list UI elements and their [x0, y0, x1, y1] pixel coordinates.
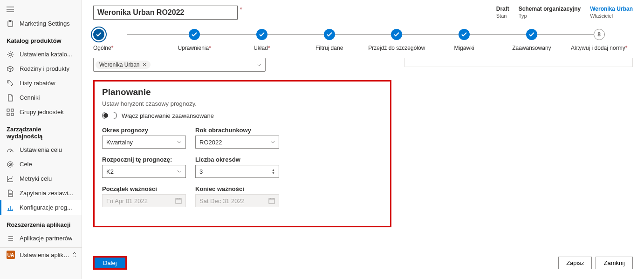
document-icon [7, 190, 14, 197]
step-label: Migawki [454, 45, 474, 51]
toggle-label: Włącz planowanie zaawansowane [122, 112, 214, 119]
sidebar-item-pricelists[interactable]: Cenniki [0, 90, 82, 105]
svg-rect-12 [269, 198, 274, 204]
sidebar-item-goal-metrics[interactable]: Metryki celu [0, 171, 82, 186]
step-circle: 8 [594, 29, 605, 40]
fiscal-year-select[interactable]: RO2022 [195, 136, 279, 149]
sidebar-item-unitgroups[interactable]: Grupy jednostek [0, 105, 82, 119]
step-label: Przejdź do szczegółów [368, 45, 425, 51]
step-5[interactable]: Przejdź do szczegółów [363, 29, 431, 51]
sidebar-item-marketing-settings[interactable]: Marketing Settings [0, 16, 82, 31]
sidebar-item-catalog-settings[interactable]: Ustawienia katalo... [0, 47, 82, 61]
svg-rect-11 [176, 198, 181, 204]
step-label: Aktywuj i dodaj normy* [571, 45, 627, 51]
sidebar-item-discounts[interactable]: Listy rabatów [0, 76, 82, 90]
sidebar-item-goal-settings[interactable]: Ustawienia celu [0, 143, 82, 157]
step-label: Ogólne* [93, 45, 113, 51]
svg-rect-5 [11, 109, 14, 111]
planning-card: Planowanie Ustaw horyzont czasowy progno… [93, 80, 391, 227]
sidebar-item-label: Aplikacje partnerów [20, 235, 72, 242]
chevron-down-icon [270, 141, 275, 143]
header-status: DraftStan [496, 6, 509, 19]
periods-count-input[interactable]: 3▲▼ [195, 165, 279, 178]
step-circle [391, 29, 402, 40]
svg-rect-6 [7, 113, 9, 116]
sidebar-app-settings[interactable]: UA Ustawienia aplikacji [0, 247, 82, 262]
header-schema: Schemat organizacyjnyTyp [519, 6, 581, 19]
clipboard-icon [7, 20, 14, 27]
title-input[interactable] [93, 6, 238, 20]
barchart-icon [7, 204, 14, 211]
tag-icon [7, 80, 14, 87]
step-7[interactable]: Zaawansowany [498, 29, 566, 51]
step-4[interactable]: Filtruj dane [295, 29, 363, 51]
step-3[interactable]: Układ* [228, 29, 296, 51]
start-forecast-select[interactable]: K2 [102, 165, 186, 178]
sidebar-item-label: Grupy jednostek [20, 109, 64, 116]
calendar-icon [175, 197, 182, 204]
field-label: Liczba okresów [195, 156, 279, 163]
chevron-down-icon [177, 170, 182, 173]
header-owner[interactable]: Weronika UrbanWłaściciel [590, 6, 633, 19]
sidebar-section-title: Katalog produktów [0, 31, 82, 47]
step-circle [93, 29, 104, 40]
sidebar-item-partner-apps[interactable]: Aplikacje partnerów [0, 231, 82, 245]
chevron-down-icon [257, 63, 263, 66]
expand-icon [72, 252, 77, 258]
sidebar-item-label: Rodziny i produkty [20, 65, 69, 72]
sidebar-item-label: Konfiguracje prog... [20, 204, 72, 211]
close-button[interactable]: Zamknij [596, 257, 633, 269]
calendar-icon [268, 197, 275, 204]
next-button[interactable]: Dalej [93, 256, 127, 270]
step-label: Zaawansowany [512, 45, 551, 51]
spinner-icon[interactable]: ▲▼ [272, 168, 275, 175]
gear-icon [7, 51, 14, 58]
sidebar-item-families[interactable]: Rodziny i produkty [0, 61, 82, 76]
remove-pill-icon[interactable]: ✕ [142, 61, 147, 68]
step-8[interactable]: 8Aktywuj i dodaj normy* [565, 29, 633, 51]
chart-icon [7, 175, 14, 183]
svg-point-2 [9, 53, 12, 56]
step-6[interactable]: Migawki [431, 29, 498, 51]
svg-rect-7 [11, 113, 14, 116]
selected-pill: Weronika Urban✕ [96, 61, 151, 69]
main-panel: * DraftStan Schemat organizacyjnyTyp Wer… [82, 0, 644, 279]
valid-from-date: Fri Apr 01 2022 [102, 194, 186, 207]
advanced-scheduling-toggle[interactable] [102, 112, 117, 119]
planning-title: Planowanie [102, 87, 383, 97]
gauge-icon [7, 146, 14, 154]
step-2[interactable]: Uprawnienia* [161, 29, 228, 51]
sidebar-item-label: Ustawienia katalo... [20, 51, 72, 58]
sidebar-item-label: Cenniki [20, 94, 40, 101]
hamburger-button[interactable] [0, 2, 82, 16]
box-icon [7, 65, 14, 73]
stepper: Ogólne*Uprawnienia*Układ*Filtruj danePrz… [82, 20, 644, 58]
chevron-down-icon [177, 141, 182, 143]
sidebar: Marketing Settings Katalog produktów Ust… [0, 0, 82, 279]
svg-rect-4 [7, 109, 9, 111]
valid-to-date: Sat Dec 31 2022 [195, 194, 279, 207]
sidebar-item-label: Listy rabatów [20, 80, 55, 87]
grid-icon [7, 109, 14, 116]
header: * DraftStan Schemat organizacyjnyTyp Wer… [82, 0, 644, 20]
sidebar-item-label: Marketing Settings [20, 20, 70, 27]
sidebar-item-forecast-config[interactable]: Konfiguracje prog... [0, 200, 82, 215]
step-circle [324, 29, 335, 40]
app-badge: UA [7, 251, 15, 259]
sidebar-item-label: Zapytania zestawi... [20, 190, 73, 197]
field-label: Koniec ważności [195, 185, 279, 192]
sidebar-section-title: Rozszerzenia aplikacji [0, 215, 82, 231]
step-1[interactable]: Ogólne* [93, 29, 161, 51]
required-icon: * [240, 6, 242, 13]
field-label: Okres prognozy [102, 127, 186, 134]
save-button[interactable]: Zapisz [558, 257, 592, 269]
target-icon [7, 161, 14, 168]
hierarchy-select[interactable]: Weronika Urban✕ [93, 58, 266, 72]
sidebar-item-label: Ustawienia aplikacji [20, 252, 72, 259]
forecast-period-select[interactable]: Kwartalny [102, 136, 186, 149]
sidebar-item-rollup-queries[interactable]: Zapytania zestawi... [0, 186, 82, 200]
document-icon [7, 94, 14, 102]
sidebar-item-label: Cele [20, 161, 32, 168]
step-circle [256, 29, 267, 40]
sidebar-item-goals[interactable]: Cele [0, 157, 82, 171]
